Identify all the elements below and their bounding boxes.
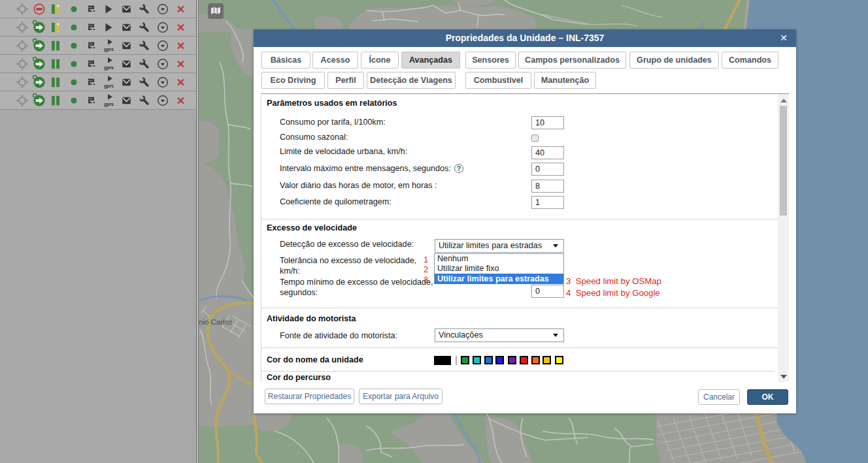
svg-text:nio Carlos: nio Carlos — [199, 318, 233, 326]
